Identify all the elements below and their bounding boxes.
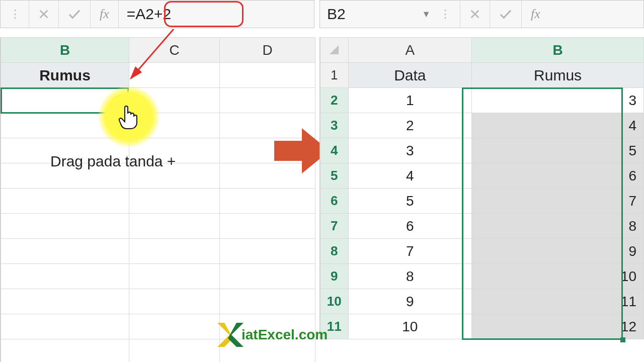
cancel-icon[interactable]: [29, 1, 59, 28]
formula-bar-left: ⋮ fx =A2+2: [0, 0, 314, 28]
cell-b11[interactable]: 12: [472, 314, 644, 339]
cell-a1[interactable]: Data: [348, 63, 472, 88]
cell-a11[interactable]: 10: [348, 314, 472, 339]
cell-a6[interactable]: 5: [348, 189, 472, 214]
row-header[interactable]: 7: [320, 214, 349, 239]
cell-b8[interactable]: 9: [472, 239, 644, 264]
cell-b1[interactable]: Rumus: [1, 63, 129, 88]
cell-a8[interactable]: 7: [348, 239, 472, 264]
cell-b7[interactable]: 8: [472, 214, 644, 239]
cell-a9[interactable]: 8: [348, 264, 472, 289]
cell-b6[interactable]: 7: [472, 189, 644, 214]
cell-b3[interactable]: 4: [472, 113, 644, 138]
cell-d2[interactable]: [220, 88, 315, 113]
right-grid[interactable]: A B 1 Data Rumus 2 1 3 3 2 4 4 3 5: [320, 37, 644, 339]
formula-bar-right: B2 ▼ ⋮ fx: [319, 0, 644, 28]
cell-c1[interactable]: [129, 63, 220, 88]
col-header-d[interactable]: D: [220, 38, 315, 63]
confirm-icon[interactable]: [59, 1, 91, 28]
name-box-value: B2: [327, 6, 346, 23]
cell-a2[interactable]: 1: [348, 88, 472, 113]
select-all-corner[interactable]: [320, 38, 349, 63]
formula-input[interactable]: =A2+2: [119, 6, 314, 23]
row-header[interactable]: 9: [320, 264, 349, 289]
col-header-b[interactable]: B: [472, 38, 644, 63]
left-grid[interactable]: B C D Rumus 3: [1, 37, 315, 362]
vdots-icon: ⋮: [431, 1, 460, 28]
col-header-a[interactable]: A: [348, 38, 472, 63]
name-box[interactable]: B2 ▼: [320, 6, 431, 23]
cell-b5[interactable]: 6: [472, 163, 644, 189]
cell-a5[interactable]: 4: [348, 163, 472, 189]
row-header[interactable]: 8: [320, 239, 349, 264]
cell-b1[interactable]: Rumus: [472, 63, 644, 88]
cell-a10[interactable]: 9: [348, 289, 472, 314]
row-header[interactable]: 10: [320, 289, 349, 314]
drag-annotation: Drag pada tanda +: [50, 153, 176, 170]
cell-c2[interactable]: [129, 88, 220, 113]
cell-a3[interactable]: 2: [348, 113, 472, 138]
cell-a4[interactable]: 3: [348, 138, 472, 163]
row-header[interactable]: 2: [320, 88, 349, 113]
cell-b9[interactable]: 10: [472, 264, 644, 289]
cell-b10[interactable]: 11: [472, 289, 644, 314]
watermark-logo: iatExcel.com: [216, 322, 328, 348]
name-box-dropdown-icon[interactable]: ▼: [422, 9, 431, 20]
row-header[interactable]: 4: [320, 138, 349, 163]
confirm-icon[interactable]: [490, 1, 522, 28]
cell-a7[interactable]: 6: [348, 214, 472, 239]
row-header[interactable]: 5: [320, 163, 349, 189]
col-header-c[interactable]: C: [129, 38, 220, 63]
row-header[interactable]: 1: [320, 63, 349, 88]
cell-b4[interactable]: 5: [472, 138, 644, 163]
row-header[interactable]: 6: [320, 189, 349, 214]
cell-b2[interactable]: 3: [472, 88, 644, 113]
cell-d1[interactable]: [220, 63, 315, 88]
cancel-icon[interactable]: [460, 1, 490, 28]
vdots-icon: ⋮: [1, 1, 29, 28]
fx-icon[interactable]: fx: [91, 1, 119, 28]
row-header[interactable]: 3: [320, 113, 349, 138]
watermark-text: iatExcel.com: [242, 327, 328, 343]
col-header-b[interactable]: B: [1, 38, 129, 63]
cell-b2[interactable]: 3: [1, 88, 129, 113]
fx-icon[interactable]: fx: [522, 1, 549, 28]
